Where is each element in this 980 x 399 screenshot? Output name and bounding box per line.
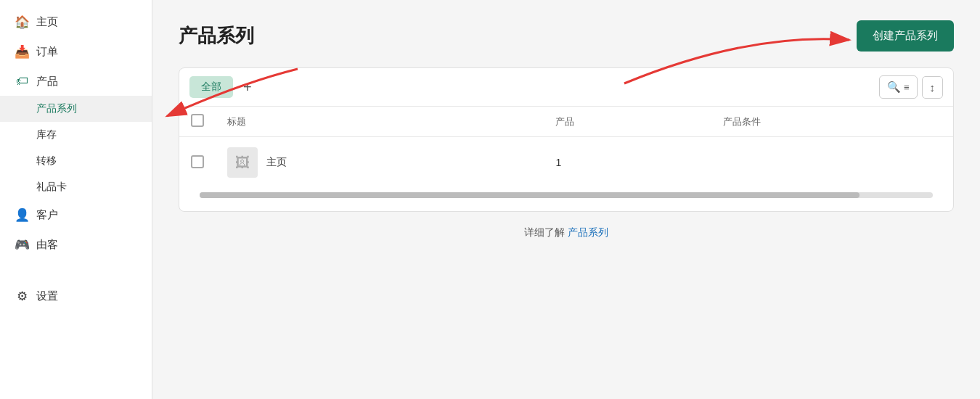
table-scrollbar-area — [179, 188, 953, 211]
sidebar-item-marketing[interactable]: 🎮 由客 — [0, 230, 152, 260]
table-card: 全部 + 🔍 ≡ ↕ 标题 产品 产品条件 — [179, 67, 954, 212]
sort-icon: ↕ — [930, 81, 936, 94]
sidebar-label-product-series: 产品系列 — [36, 102, 77, 115]
sidebar-label-marketing: 由客 — [36, 238, 58, 252]
sidebar-label-gift-card: 礼品卡 — [36, 181, 67, 194]
row-title-cell: 🖼 主页 — [216, 137, 544, 189]
bottom-info: 详细了解 产品系列 — [179, 226, 954, 239]
row-checkbox[interactable] — [191, 155, 204, 168]
page-title: 产品系列 — [179, 23, 254, 49]
sidebar-item-orders[interactable]: 📥 订单 — [0, 37, 152, 67]
main-content: 产品系列 创建产品系列 全部 + 🔍 ≡ ↕ 标题 — [152, 0, 980, 399]
sidebar-item-products[interactable]: 🏷 产品 — [0, 67, 152, 96]
filter-icon: ≡ — [904, 82, 910, 93]
sidebar-label-inventory: 库存 — [36, 128, 57, 141]
table-row[interactable]: 🖼 主页 1 — [179, 137, 953, 189]
marketing-icon: 🎮 — [15, 237, 29, 252]
add-tab-button[interactable]: + — [237, 77, 258, 97]
sidebar-label-products: 产品 — [36, 75, 58, 89]
table-scrollbar-thumb — [200, 192, 859, 198]
sort-button[interactable]: ↕ — [922, 76, 944, 99]
sidebar-label-home: 主页 — [36, 15, 58, 29]
sidebar-label-customers: 客户 — [36, 208, 58, 222]
sidebar-item-product-series[interactable]: 产品系列 — [0, 96, 152, 122]
page-header: 产品系列 创建产品系列 — [179, 20, 954, 52]
col-title: 标题 — [216, 107, 544, 137]
row-checkbox-cell — [179, 137, 216, 189]
create-product-series-button[interactable]: 创建产品系列 — [857, 20, 954, 52]
search-filter-button[interactable]: 🔍 ≡ — [879, 75, 918, 99]
customers-icon: 👤 — [15, 207, 29, 223]
sidebar: 🏠 主页 📥 订单 🏷 产品 产品系列 库存 转移 礼品卡 👤 客户 🎮 由客 … — [0, 0, 152, 399]
row-conditions-cell — [711, 137, 953, 189]
table-scrollbar[interactable] — [200, 192, 933, 198]
bottom-link[interactable]: 产品系列 — [568, 226, 608, 238]
settings-icon: ⚙ — [15, 289, 29, 304]
table-header-row: 标题 产品 产品条件 — [179, 107, 953, 137]
bottom-text: 详细了解 — [524, 226, 565, 238]
sidebar-label-orders: 订单 — [36, 45, 58, 59]
sidebar-item-settings[interactable]: ⚙ 设置 — [0, 281, 152, 311]
products-icon: 🏷 — [15, 74, 29, 89]
sidebar-label-settings: 设置 — [36, 289, 58, 303]
row-products-cell: 1 — [544, 137, 711, 189]
sidebar-item-home[interactable]: 🏠 主页 — [0, 7, 152, 37]
table-toolbar: 全部 + 🔍 ≡ ↕ — [179, 68, 953, 107]
sidebar-item-gift-card[interactable]: 礼品卡 — [0, 174, 152, 200]
sidebar-label-transfer: 转移 — [36, 155, 57, 168]
row-title: 主页 — [266, 156, 287, 169]
col-products: 产品 — [544, 107, 711, 137]
orders-icon: 📥 — [15, 44, 29, 59]
row-image: 🖼 — [227, 147, 258, 178]
col-checkbox — [179, 107, 216, 137]
home-icon: 🏠 — [15, 15, 29, 30]
sidebar-item-inventory[interactable]: 库存 — [0, 122, 152, 148]
data-table: 标题 产品 产品条件 🖼 主页 — [179, 107, 953, 188]
tab-all[interactable]: 全部 — [189, 76, 233, 98]
sidebar-item-customers[interactable]: 👤 客户 — [0, 200, 152, 230]
sidebar-item-transfer[interactable]: 转移 — [0, 148, 152, 174]
header-checkbox[interactable] — [191, 114, 204, 127]
image-icon: 🖼 — [235, 155, 250, 171]
col-conditions: 产品条件 — [711, 107, 953, 137]
search-icon: 🔍 — [887, 81, 901, 94]
